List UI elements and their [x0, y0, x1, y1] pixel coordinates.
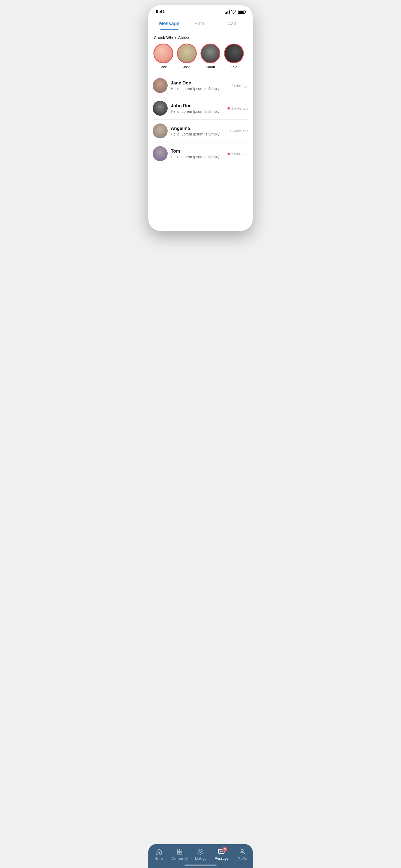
- active-section-title: Check Who's Active: [148, 30, 253, 43]
- msg-avatar-angelina: [153, 123, 167, 138]
- msg-preview-angelina: Hello! Lorem Ipsum Is Simply ...: [171, 132, 226, 136]
- active-avatar-john: [177, 43, 197, 63]
- signal-icon: [225, 10, 229, 13]
- msg-info-janedoe: Jane Doe Hello! Lorem Ipsum Is Simply ..…: [171, 81, 228, 91]
- message-item-angelina[interactable]: Angelina Hello! Lorem Ipsum Is Simply ..…: [153, 120, 248, 143]
- msg-time-janedoe: 2 mins ago: [231, 84, 248, 88]
- msg-info-johndoe: John Doe Hello! Lorem Ipsum Is Simply ..…: [171, 103, 224, 114]
- active-users-list: Jane John Sarah Zola: [148, 43, 253, 74]
- active-user-sarah[interactable]: Sarah: [200, 43, 221, 69]
- active-user-jane[interactable]: Jane: [153, 43, 174, 69]
- msg-avatar-janedoe: [153, 78, 167, 93]
- active-avatar-zola: [224, 43, 244, 63]
- msg-time-johndoe: 2 days ago: [231, 106, 248, 111]
- active-user-john[interactable]: John: [176, 43, 197, 69]
- msg-info-angelina: Angelina Hello! Lorem Ipsum Is Simply ..…: [171, 126, 226, 136]
- active-user-zola[interactable]: Zola: [223, 43, 245, 69]
- msg-time-wrap-janedoe: 2 mins ago: [231, 84, 248, 88]
- msg-avatar-johndoe: [153, 101, 167, 116]
- tab-call[interactable]: Call: [216, 19, 247, 30]
- active-name-sarah: Sarah: [206, 65, 215, 69]
- message-item-tom[interactable]: Tom Hello! Lorem Ipsum Is Simply ... 5 m…: [153, 143, 248, 165]
- msg-preview-johndoe: Hello! Lorem Ipsum Is Simply ...: [171, 109, 224, 114]
- active-avatar-jane: [153, 43, 173, 63]
- message-list: Jane Doe Hello! Lorem Ipsum Is Simply ..…: [148, 74, 253, 165]
- msg-name-angelina: Angelina: [171, 126, 226, 131]
- msg-preview-tom: Hello! Lorem Ipsum Is Simply ...: [171, 155, 224, 159]
- phone-frame: 9:41 Message Email Call Check Who's Acti…: [148, 5, 253, 231]
- tab-message[interactable]: Message: [154, 19, 185, 30]
- tab-email[interactable]: Email: [185, 19, 216, 30]
- status-time: 9:41: [156, 9, 165, 14]
- msg-name-johndoe: John Doe: [171, 103, 224, 108]
- msg-time-wrap-tom: 5 mins ago: [227, 152, 248, 156]
- top-tabs: Message Email Call: [148, 16, 253, 30]
- battery-icon: [238, 10, 245, 13]
- active-name-zola: Zola: [230, 65, 237, 69]
- msg-info-tom: Tom Hello! Lorem Ipsum Is Simply ...: [171, 149, 224, 159]
- msg-name-tom: Tom: [171, 149, 224, 154]
- msg-avatar-tom: [153, 146, 167, 161]
- msg-time-wrap-johndoe: 2 days ago: [227, 106, 248, 111]
- active-name-jane: Jane: [160, 65, 167, 69]
- message-item-johndoe[interactable]: John Doe Hello! Lorem Ipsum Is Simply ..…: [153, 97, 248, 120]
- status-bar: 9:41: [148, 5, 253, 16]
- msg-unread-dot-johndoe: [227, 107, 230, 110]
- main-content: Check Who's Active Jane John Sarah Zola: [148, 30, 253, 192]
- status-icons: [225, 10, 245, 13]
- wifi-icon: [231, 10, 236, 13]
- msg-time-wrap-angelina: 3 weeks ago: [229, 129, 248, 133]
- message-item-janedoe[interactable]: Jane Doe Hello! Lorem Ipsum Is Simply ..…: [153, 74, 248, 97]
- msg-preview-janedoe: Hello! Lorem Ipsum Is Simply ...: [171, 87, 228, 91]
- msg-unread-dot-tom: [227, 153, 230, 155]
- active-avatar-sarah: [201, 43, 220, 63]
- active-name-john: John: [183, 65, 191, 69]
- msg-time-tom: 5 mins ago: [231, 152, 248, 156]
- msg-name-janedoe: Jane Doe: [171, 81, 228, 86]
- msg-time-angelina: 3 weeks ago: [229, 129, 248, 133]
